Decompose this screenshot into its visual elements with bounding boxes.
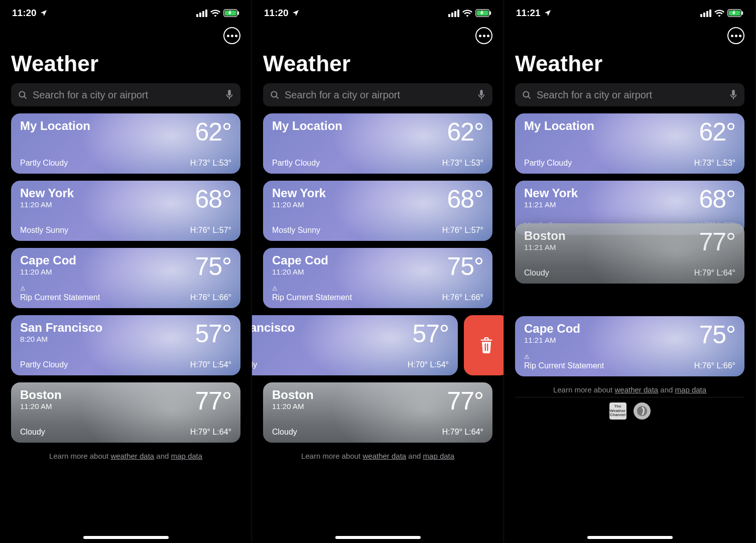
weather-card-new-york[interactable]: New York 11:20 AM 68° Mostly Sunny H:76°… [11,181,240,241]
weather-card-new-york[interactable]: New York 11:20 AM 68° Mostly Sunny H:76°… [263,181,492,241]
card-high-low: H:76° L:66° [442,293,483,302]
status-time: 11:20 [264,8,289,19]
search-placeholder: Search for a city or airport [33,89,220,101]
card-city: New York [272,187,326,199]
search-placeholder: Search for a city or airport [537,89,724,101]
svg-rect-5 [228,90,230,96]
weather-card-my-location[interactable]: My Location 62° Partly Cloudy H:73° L:53… [263,113,492,174]
mic-icon[interactable] [225,90,233,100]
search-input[interactable]: Search for a city or airport [263,83,492,106]
svg-line-18 [528,96,531,98]
status-bar: 11:20 [252,0,503,22]
svg-rect-2 [237,11,239,15]
delete-button[interactable] [464,315,504,375]
alert-icon: ⚠︎ [20,285,100,292]
weather-card-my-location[interactable]: My Location 62° Partly Cloudy H:73° L:53… [11,113,240,174]
status-bar: 11:21 [504,0,755,22]
card-temp: 62° [195,119,231,145]
card-high-low: H:76° L:57° [442,226,483,235]
card-temp: 68° [699,187,735,212]
location-icon [544,9,552,17]
card-time: 11:21 AM [524,200,578,209]
weather-card-boston[interactable]: Boston 11:20 AM 77° Cloudy H:79° L:64° [263,382,492,443]
card-city: New York [524,187,578,199]
provider-logo [634,402,651,420]
weather-card-san-francisco[interactable]: Francisco M 57° loudy H:70° L:54° [252,315,458,375]
svg-rect-9 [489,11,491,15]
swipe-row[interactable]: Francisco M 57° loudy H:70° L:54° [252,315,492,375]
search-input[interactable]: Search for a city or airport [515,83,744,106]
card-high-low: H:76° L:66° [694,361,735,370]
card-temp: 68° [447,187,483,212]
card-condition: Partly Cloudy [20,159,68,168]
weather-card-cape-cod[interactable]: Cape Cod 11:20 AM 75° ⚠︎Rip Current Stat… [11,248,240,308]
card-city: Boston [272,388,314,401]
card-temp: 57° [195,321,231,346]
mic-icon[interactable] [729,90,737,100]
card-temp: 77° [699,229,735,254]
card-high-low: H:70° L:54° [190,360,231,369]
weather-card-san-francisco[interactable]: San Francisco 8:20 AM 57° Partly Cloudy … [11,315,240,375]
weather-card-cape-cod[interactable]: Cape Cod 11:21 AM 75° ⚠︎Rip Current Stat… [515,316,744,376]
phone-screenshot-2: 11:20 Weather Search for a city or airpo… [252,0,504,543]
map-data-link[interactable]: map data [423,452,455,460]
card-high-low: H:79° L:64° [190,428,231,437]
card-time: 11:20 AM [272,267,328,276]
card-time: 11:20 AM [20,402,62,411]
weather-data-link[interactable]: weather data [110,452,154,460]
card-time: 8:20 AM [20,335,102,343]
card-condition: Mostly Sunny [272,226,320,235]
card-city: Francisco [252,321,295,334]
card-city: San Francisco [20,321,102,334]
weather-card-cape-cod[interactable]: Cape Cod 11:20 AM 75° ⚠︎Rip Current Stat… [263,248,492,308]
card-high-low: H:76° L:66° [190,293,231,302]
card-temp: 75° [447,254,483,279]
card-high-low: H:70° L:54° [408,360,449,369]
status-bar: 11:20 [0,0,251,22]
page-title: Weather [252,44,503,83]
card-temp: 77° [195,388,231,414]
card-high-low: H:79° L:64° [694,268,735,278]
card-city: Cape Cod [524,322,580,335]
more-button[interactable] [727,27,744,44]
footer-text: Learn more about weather data and map da… [0,443,251,463]
svg-point-17 [523,91,529,97]
weather-card-boston[interactable]: Boston 11:20 AM 77° Cloudy H:79° L:64° [11,382,240,443]
mic-icon[interactable] [477,90,485,100]
trash-icon [479,337,493,353]
location-icon [292,9,300,17]
card-city: My Location [272,119,342,132]
svg-point-3 [19,91,25,97]
card-time: 11:20 AM [272,402,314,411]
svg-line-4 [24,96,27,98]
attribution-row: The Weather Channel [515,397,744,425]
card-high-low: H:73° L:53° [442,159,483,168]
card-city: Cape Cod [20,254,76,266]
card-temp: 75° [195,254,231,279]
card-time: 11:20 AM [20,267,76,276]
card-high-low: H:73° L:53° [694,159,735,168]
weather-data-link[interactable]: weather data [362,452,406,460]
map-data-link[interactable]: map data [171,452,203,460]
card-temp: 68° [195,187,231,212]
home-indicator[interactable] [335,536,421,539]
more-button[interactable] [475,27,492,44]
home-indicator[interactable] [587,536,673,539]
card-condition: Mostly Sunny [20,226,68,235]
more-button[interactable] [223,27,240,44]
weather-card-boston-dragging[interactable]: Boston 11:21 AM 77° Cloudy H:79° L:64° [515,223,744,284]
map-data-link[interactable]: map data [675,385,707,394]
search-icon [18,90,28,100]
weather-card-my-location[interactable]: My Location 62° Partly Cloudy H:73° L:53… [515,113,744,174]
city-list: My Location 62° Partly Cloudy H:73° L:53… [0,113,251,443]
signal-icon [196,10,207,17]
card-high-low: H:76° L:57° [190,226,231,235]
weather-data-link[interactable]: weather data [614,385,658,394]
card-temp: 75° [699,322,735,347]
home-indicator[interactable] [83,536,169,539]
location-icon [40,9,48,17]
status-time: 11:21 [516,8,541,19]
alert-icon: ⚠︎ [524,353,604,360]
card-city: My Location [524,119,594,132]
search-input[interactable]: Search for a city or airport [11,83,240,106]
